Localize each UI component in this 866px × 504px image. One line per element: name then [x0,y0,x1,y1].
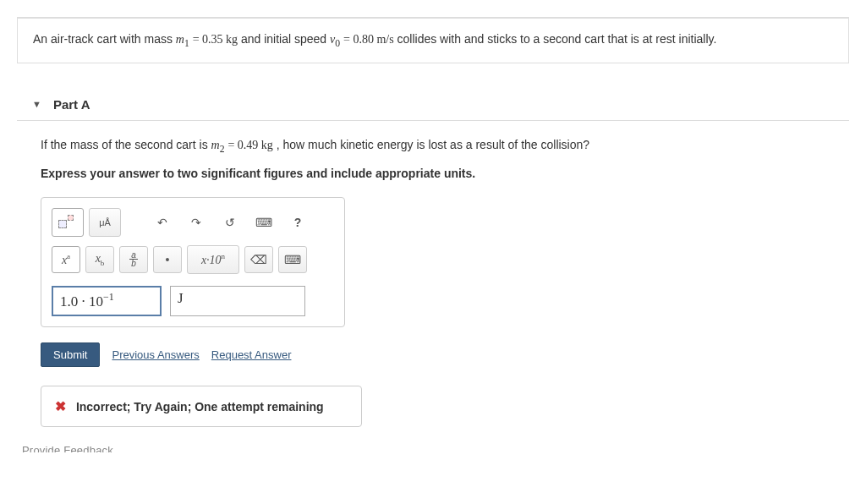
redo-icon: ↷ [191,216,201,229]
redo-button[interactable]: ↷ [182,209,211,236]
feedback-message: Incorrect; Try Again; One attempt remain… [76,400,324,414]
submit-button[interactable]: Submit [41,342,100,367]
m1-value: 0.35 kg [202,33,238,46]
part-header[interactable]: ▼ Part A [17,89,849,121]
problem-statement: An air-track cart with mass m1 = 0.35 kg… [17,17,849,63]
sci-notation-button[interactable]: x·10n [187,245,239,274]
undo-icon: ↶ [157,216,167,229]
problem-text-2: and initial speed [241,32,330,46]
keyboard-icon: ⌨ [284,253,301,266]
m2-value: 0.49 kg [238,139,273,151]
problem-text-3: collides with and sticks to a second car… [397,32,717,46]
part-label: Part A [53,97,90,112]
backspace-icon: ⌫ [250,253,267,266]
undo-button[interactable]: ↶ [148,209,177,236]
template-button[interactable] [52,208,84,237]
answer-area: μÅ ↶ ↷ ↺ ⌨ ? xa xb ab • x·10n ⌫ ⌨ 1.0 · … [41,197,345,327]
answer-unit-input[interactable]: J [170,286,305,316]
collapse-caret-icon: ▼ [32,99,41,109]
help-button[interactable]: ? [283,209,312,236]
question-text: If the mass of the second cart is m2 = 0… [41,138,825,155]
incorrect-icon: ✖ [55,399,66,414]
keyboard-button[interactable]: ⌨ [249,209,278,236]
feedback-box: ✖ Incorrect; Try Again; One attempt rema… [41,386,362,427]
template-icon [58,215,77,230]
fraction-button[interactable]: ab [119,246,148,273]
v0-value: 0.80 m/s [353,33,393,46]
reset-button[interactable]: ↺ [216,209,244,236]
keyboard2-button[interactable]: ⌨ [278,246,307,273]
answer-instruction: Express your answer to two significant f… [41,167,825,180]
subscript-button[interactable]: xb [85,246,114,273]
help-icon: ? [294,216,302,229]
request-answer-link[interactable]: Request Answer [211,348,292,361]
fraction-icon: ab [129,251,138,267]
reset-icon: ↺ [225,216,235,229]
answer-value-input[interactable]: 1.0 · 10−1 [52,286,162,316]
problem-text-1: An air-track cart with mass [33,32,176,46]
units-button[interactable]: μÅ [89,208,121,237]
superscript-button[interactable]: xa [52,246,80,273]
clear-button[interactable]: ⌫ [244,246,273,273]
dot-button[interactable]: • [153,246,182,273]
provide-feedback-link[interactable]: Provide Feedback [17,444,849,452]
keyboard-icon: ⌨ [255,216,272,229]
previous-answers-link[interactable]: Previous Answers [112,348,199,361]
